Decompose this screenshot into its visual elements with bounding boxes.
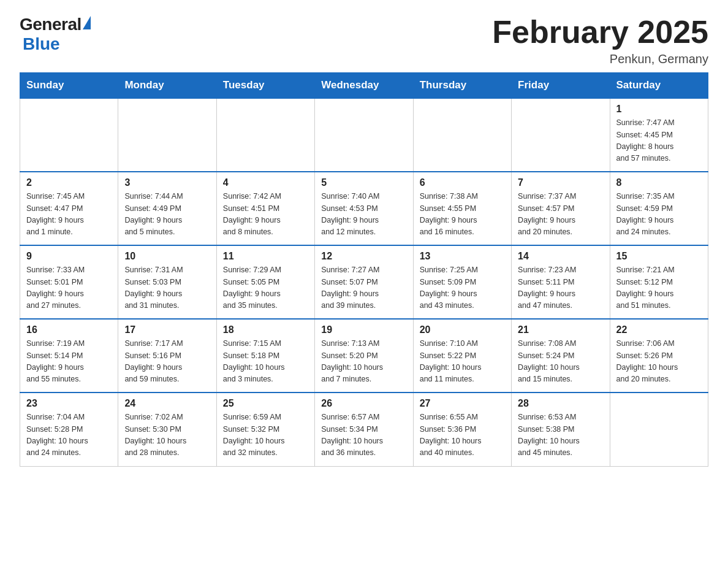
calendar-cell: 16Sunrise: 7:19 AM Sunset: 5:14 PM Dayli… [20,319,118,393]
day-number: 27 [420,398,505,409]
location-label: Penkun, Germany [492,52,708,66]
day-number: 22 [616,324,702,335]
day-number: 6 [420,177,505,188]
day-info: Sunrise: 7:02 AM Sunset: 5:30 PM Dayligh… [124,412,210,459]
calendar-cell: 19Sunrise: 7:13 AM Sunset: 5:20 PM Dayli… [315,319,413,393]
calendar-cell: 18Sunrise: 7:15 AM Sunset: 5:18 PM Dayli… [216,319,314,393]
day-info: Sunrise: 7:33 AM Sunset: 5:01 PM Dayligh… [26,264,112,312]
calendar-cell [118,98,216,172]
day-info: Sunrise: 7:31 AM Sunset: 5:03 PM Dayligh… [124,264,210,312]
calendar-cell [315,98,413,172]
day-info: Sunrise: 7:04 AM Sunset: 5:28 PM Dayligh… [26,412,112,459]
calendar-cell: 8Sunrise: 7:35 AM Sunset: 4:59 PM Daylig… [610,172,708,245]
day-info: Sunrise: 6:53 AM Sunset: 5:38 PM Dayligh… [518,412,603,459]
day-header-wednesday: Wednesday [315,73,413,99]
day-number: 23 [26,398,112,409]
day-number: 12 [321,251,406,262]
day-number: 18 [223,324,308,335]
calendar-cell: 27Sunrise: 6:55 AM Sunset: 5:36 PM Dayli… [413,393,511,466]
day-number: 26 [321,398,406,409]
day-info: Sunrise: 7:21 AM Sunset: 5:12 PM Dayligh… [616,264,702,312]
logo-triangle-icon [83,16,91,29]
calendar-cell: 26Sunrise: 6:57 AM Sunset: 5:34 PM Dayli… [315,393,413,466]
calendar-cell: 11Sunrise: 7:29 AM Sunset: 5:05 PM Dayli… [216,245,314,319]
month-title: February 2025 [492,15,708,50]
title-block: February 2025 Penkun, Germany [492,15,708,66]
day-number: 15 [616,251,702,262]
day-number: 1 [616,104,702,115]
logo-general-text: General [20,15,82,34]
calendar-cell: 12Sunrise: 7:27 AM Sunset: 5:07 PM Dayli… [315,245,413,319]
day-header-tuesday: Tuesday [216,73,314,99]
day-number: 9 [26,251,112,262]
day-info: Sunrise: 7:45 AM Sunset: 4:47 PM Dayligh… [26,191,112,239]
day-info: Sunrise: 7:10 AM Sunset: 5:22 PM Dayligh… [420,338,505,386]
day-number: 2 [26,177,112,188]
day-info: Sunrise: 7:44 AM Sunset: 4:49 PM Dayligh… [124,191,210,239]
day-number: 5 [321,177,406,188]
calendar-cell [610,393,708,466]
day-info: Sunrise: 7:47 AM Sunset: 4:45 PM Dayligh… [616,117,702,165]
day-info: Sunrise: 7:08 AM Sunset: 5:24 PM Dayligh… [518,338,603,386]
day-number: 13 [420,251,505,262]
day-info: Sunrise: 7:42 AM Sunset: 4:51 PM Dayligh… [223,191,308,239]
week-row-2: 2Sunrise: 7:45 AM Sunset: 4:47 PM Daylig… [20,172,708,245]
calendar-cell: 7Sunrise: 7:37 AM Sunset: 4:57 PM Daylig… [512,172,610,245]
day-info: Sunrise: 7:15 AM Sunset: 5:18 PM Dayligh… [223,338,308,386]
calendar-cell [20,98,118,172]
day-info: Sunrise: 7:37 AM Sunset: 4:57 PM Dayligh… [518,191,603,239]
logo: General Blue [20,15,91,54]
calendar-cell: 15Sunrise: 7:21 AM Sunset: 5:12 PM Dayli… [610,245,708,319]
calendar-cell [512,98,610,172]
calendar-cell [216,98,314,172]
calendar-cell: 2Sunrise: 7:45 AM Sunset: 4:47 PM Daylig… [20,172,118,245]
day-info: Sunrise: 7:40 AM Sunset: 4:53 PM Dayligh… [321,191,406,239]
day-info: Sunrise: 7:35 AM Sunset: 4:59 PM Dayligh… [616,191,702,239]
header-row: SundayMondayTuesdayWednesdayThursdayFrid… [20,73,708,99]
day-header-monday: Monday [118,73,216,99]
day-number: 7 [518,177,603,188]
calendar-cell: 3Sunrise: 7:44 AM Sunset: 4:49 PM Daylig… [118,172,216,245]
day-header-saturday: Saturday [610,73,708,99]
day-number: 17 [124,324,210,335]
day-number: 14 [518,251,603,262]
day-info: Sunrise: 7:23 AM Sunset: 5:11 PM Dayligh… [518,264,603,312]
day-header-sunday: Sunday [20,73,118,99]
day-info: Sunrise: 7:06 AM Sunset: 5:26 PM Dayligh… [616,338,702,386]
day-info: Sunrise: 7:17 AM Sunset: 5:16 PM Dayligh… [124,338,210,386]
day-info: Sunrise: 7:27 AM Sunset: 5:07 PM Dayligh… [321,264,406,312]
calendar-cell: 21Sunrise: 7:08 AM Sunset: 5:24 PM Dayli… [512,319,610,393]
day-number: 3 [124,177,210,188]
day-number: 28 [518,398,603,409]
day-header-thursday: Thursday [413,73,511,99]
day-info: Sunrise: 7:25 AM Sunset: 5:09 PM Dayligh… [420,264,505,312]
day-number: 11 [223,251,308,262]
day-info: Sunrise: 7:13 AM Sunset: 5:20 PM Dayligh… [321,338,406,386]
calendar-table: SundayMondayTuesdayWednesdayThursdayFrid… [20,72,708,467]
day-info: Sunrise: 6:57 AM Sunset: 5:34 PM Dayligh… [321,412,406,459]
day-number: 8 [616,177,702,188]
day-info: Sunrise: 7:29 AM Sunset: 5:05 PM Dayligh… [223,264,308,312]
day-info: Sunrise: 6:55 AM Sunset: 5:36 PM Dayligh… [420,412,505,459]
calendar-cell: 13Sunrise: 7:25 AM Sunset: 5:09 PM Dayli… [413,245,511,319]
week-row-5: 23Sunrise: 7:04 AM Sunset: 5:28 PM Dayli… [20,393,708,466]
calendar-cell: 20Sunrise: 7:10 AM Sunset: 5:22 PM Dayli… [413,319,511,393]
calendar-cell: 14Sunrise: 7:23 AM Sunset: 5:11 PM Dayli… [512,245,610,319]
calendar-cell: 23Sunrise: 7:04 AM Sunset: 5:28 PM Dayli… [20,393,118,466]
calendar-cell: 24Sunrise: 7:02 AM Sunset: 5:30 PM Dayli… [118,393,216,466]
calendar-cell: 22Sunrise: 7:06 AM Sunset: 5:26 PM Dayli… [610,319,708,393]
page-header: General Blue February 2025 Penkun, Germa… [20,15,708,66]
calendar-cell: 10Sunrise: 7:31 AM Sunset: 5:03 PM Dayli… [118,245,216,319]
calendar-cell [413,98,511,172]
logo-blue-text: Blue [23,34,60,53]
calendar-cell: 6Sunrise: 7:38 AM Sunset: 4:55 PM Daylig… [413,172,511,245]
day-number: 19 [321,324,406,335]
day-number: 4 [223,177,308,188]
calendar-cell: 9Sunrise: 7:33 AM Sunset: 5:01 PM Daylig… [20,245,118,319]
day-info: Sunrise: 7:19 AM Sunset: 5:14 PM Dayligh… [26,338,112,386]
week-row-1: 1Sunrise: 7:47 AM Sunset: 4:45 PM Daylig… [20,98,708,172]
calendar-cell: 25Sunrise: 6:59 AM Sunset: 5:32 PM Dayli… [216,393,314,466]
day-header-friday: Friday [512,73,610,99]
day-info: Sunrise: 7:38 AM Sunset: 4:55 PM Dayligh… [420,191,505,239]
day-number: 25 [223,398,308,409]
